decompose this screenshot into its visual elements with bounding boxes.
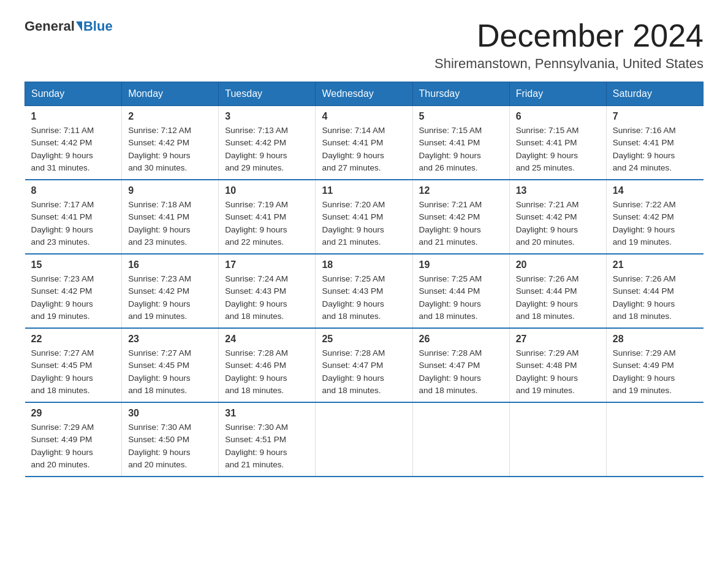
calendar-cell: 13 Sunrise: 7:21 AMSunset: 4:42 PMDaylig… xyxy=(509,180,606,254)
calendar-cell xyxy=(509,402,606,477)
calendar-cell: 27 Sunrise: 7:29 AMSunset: 4:48 PMDaylig… xyxy=(509,328,606,402)
calendar-cell: 28 Sunrise: 7:29 AMSunset: 4:49 PMDaylig… xyxy=(606,328,703,402)
day-number: 19 xyxy=(419,259,503,270)
day-info: Sunrise: 7:23 AMSunset: 4:42 PMDaylight:… xyxy=(128,274,191,321)
day-number: 25 xyxy=(322,334,406,345)
day-number: 17 xyxy=(225,259,309,270)
day-number: 21 xyxy=(613,259,697,270)
calendar-week-row: 8 Sunrise: 7:17 AMSunset: 4:41 PMDayligh… xyxy=(25,180,703,254)
weekday-header-monday: Monday xyxy=(122,82,219,106)
calendar-week-row: 29 Sunrise: 7:29 AMSunset: 4:49 PMDaylig… xyxy=(25,402,703,477)
day-info: Sunrise: 7:26 AMSunset: 4:44 PMDaylight:… xyxy=(516,274,579,321)
day-info: Sunrise: 7:21 AMSunset: 4:42 PMDaylight:… xyxy=(516,200,579,247)
day-info: Sunrise: 7:13 AMSunset: 4:42 PMDaylight:… xyxy=(225,126,288,172)
day-number: 16 xyxy=(128,259,212,270)
calendar-cell: 14 Sunrise: 7:22 AMSunset: 4:42 PMDaylig… xyxy=(606,180,703,254)
calendar-cell: 31 Sunrise: 7:30 AMSunset: 4:51 PMDaylig… xyxy=(219,402,316,477)
day-number: 30 xyxy=(128,408,212,419)
day-info: Sunrise: 7:23 AMSunset: 4:42 PMDaylight:… xyxy=(31,274,94,321)
day-info: Sunrise: 7:30 AMSunset: 4:50 PMDaylight:… xyxy=(128,423,191,469)
day-number: 15 xyxy=(31,259,116,270)
calendar-cell: 10 Sunrise: 7:19 AMSunset: 4:41 PMDaylig… xyxy=(219,180,316,254)
day-info: Sunrise: 7:30 AMSunset: 4:51 PMDaylight:… xyxy=(225,423,288,469)
calendar-cell: 1 Sunrise: 7:11 AMSunset: 4:42 PMDayligh… xyxy=(25,106,122,180)
calendar-cell: 20 Sunrise: 7:26 AMSunset: 4:44 PMDaylig… xyxy=(509,254,606,328)
day-info: Sunrise: 7:15 AMSunset: 4:41 PMDaylight:… xyxy=(516,126,579,172)
calendar-cell xyxy=(316,402,412,477)
logo-triangle-icon xyxy=(76,21,82,31)
calendar-cell: 12 Sunrise: 7:21 AMSunset: 4:42 PMDaylig… xyxy=(412,180,509,254)
calendar-header-row: SundayMondayTuesdayWednesdayThursdayFrid… xyxy=(25,82,703,106)
day-number: 28 xyxy=(613,334,697,345)
weekday-header-wednesday: Wednesday xyxy=(316,82,412,106)
day-info: Sunrise: 7:26 AMSunset: 4:44 PMDaylight:… xyxy=(613,274,676,321)
day-number: 12 xyxy=(419,185,503,196)
calendar-cell: 23 Sunrise: 7:27 AMSunset: 4:45 PMDaylig… xyxy=(122,328,219,402)
day-number: 8 xyxy=(31,185,116,196)
calendar-cell: 24 Sunrise: 7:28 AMSunset: 4:46 PMDaylig… xyxy=(219,328,316,402)
calendar-cell: 21 Sunrise: 7:26 AMSunset: 4:44 PMDaylig… xyxy=(606,254,703,328)
day-number: 18 xyxy=(322,259,406,270)
day-number: 4 xyxy=(322,111,406,122)
day-info: Sunrise: 7:27 AMSunset: 4:45 PMDaylight:… xyxy=(31,348,94,395)
day-number: 29 xyxy=(31,408,116,419)
calendar-cell: 26 Sunrise: 7:28 AMSunset: 4:47 PMDaylig… xyxy=(412,328,509,402)
calendar-cell: 2 Sunrise: 7:12 AMSunset: 4:42 PMDayligh… xyxy=(122,106,219,180)
calendar-cell: 3 Sunrise: 7:13 AMSunset: 4:42 PMDayligh… xyxy=(219,106,316,180)
day-number: 9 xyxy=(128,185,212,196)
day-info: Sunrise: 7:28 AMSunset: 4:46 PMDaylight:… xyxy=(225,348,288,395)
calendar-cell: 15 Sunrise: 7:23 AMSunset: 4:42 PMDaylig… xyxy=(25,254,122,328)
day-info: Sunrise: 7:18 AMSunset: 4:41 PMDaylight:… xyxy=(128,200,191,247)
calendar-cell: 16 Sunrise: 7:23 AMSunset: 4:42 PMDaylig… xyxy=(122,254,219,328)
day-number: 1 xyxy=(31,111,116,122)
day-info: Sunrise: 7:19 AMSunset: 4:41 PMDaylight:… xyxy=(225,200,288,247)
day-info: Sunrise: 7:16 AMSunset: 4:41 PMDaylight:… xyxy=(613,126,676,172)
calendar-cell: 22 Sunrise: 7:27 AMSunset: 4:45 PMDaylig… xyxy=(25,328,122,402)
page-header: General Blue December 2024 Shiremanstown… xyxy=(25,18,703,72)
calendar-table: SundayMondayTuesdayWednesdayThursdayFrid… xyxy=(25,82,703,477)
day-number: 23 xyxy=(128,334,212,345)
calendar-cell: 4 Sunrise: 7:14 AMSunset: 4:41 PMDayligh… xyxy=(316,106,412,180)
day-info: Sunrise: 7:29 AMSunset: 4:48 PMDaylight:… xyxy=(516,348,579,395)
day-info: Sunrise: 7:27 AMSunset: 4:45 PMDaylight:… xyxy=(128,348,191,395)
day-info: Sunrise: 7:25 AMSunset: 4:43 PMDaylight:… xyxy=(322,274,385,321)
day-info: Sunrise: 7:20 AMSunset: 4:41 PMDaylight:… xyxy=(322,200,385,247)
day-info: Sunrise: 7:15 AMSunset: 4:41 PMDaylight:… xyxy=(419,126,482,172)
day-info: Sunrise: 7:29 AMSunset: 4:49 PMDaylight:… xyxy=(613,348,676,395)
calendar-cell: 6 Sunrise: 7:15 AMSunset: 4:41 PMDayligh… xyxy=(509,106,606,180)
day-info: Sunrise: 7:12 AMSunset: 4:42 PMDaylight:… xyxy=(128,126,191,172)
calendar-cell: 5 Sunrise: 7:15 AMSunset: 4:41 PMDayligh… xyxy=(412,106,509,180)
calendar-week-row: 22 Sunrise: 7:27 AMSunset: 4:45 PMDaylig… xyxy=(25,328,703,402)
day-number: 6 xyxy=(516,111,600,122)
weekday-header-thursday: Thursday xyxy=(412,82,509,106)
calendar-cell: 11 Sunrise: 7:20 AMSunset: 4:41 PMDaylig… xyxy=(316,180,412,254)
day-number: 7 xyxy=(613,111,697,122)
day-info: Sunrise: 7:11 AMSunset: 4:42 PMDaylight:… xyxy=(31,126,94,172)
calendar-cell: 9 Sunrise: 7:18 AMSunset: 4:41 PMDayligh… xyxy=(122,180,219,254)
calendar-cell: 17 Sunrise: 7:24 AMSunset: 4:43 PMDaylig… xyxy=(219,254,316,328)
day-info: Sunrise: 7:29 AMSunset: 4:49 PMDaylight:… xyxy=(31,423,94,469)
calendar-week-row: 15 Sunrise: 7:23 AMSunset: 4:42 PMDaylig… xyxy=(25,254,703,328)
calendar-week-row: 1 Sunrise: 7:11 AMSunset: 4:42 PMDayligh… xyxy=(25,106,703,180)
day-number: 22 xyxy=(31,334,116,345)
day-number: 27 xyxy=(516,334,600,345)
day-number: 14 xyxy=(613,185,697,196)
calendar-cell: 29 Sunrise: 7:29 AMSunset: 4:49 PMDaylig… xyxy=(25,402,122,477)
calendar-cell: 8 Sunrise: 7:17 AMSunset: 4:41 PMDayligh… xyxy=(25,180,122,254)
page-subtitle: Shiremanstown, Pennsylvania, United Stat… xyxy=(434,56,703,72)
day-number: 26 xyxy=(419,334,503,345)
logo-blue-text: Blue xyxy=(83,18,113,34)
calendar-cell xyxy=(606,402,703,477)
calendar-cell: 25 Sunrise: 7:28 AMSunset: 4:47 PMDaylig… xyxy=(316,328,412,402)
weekday-header-saturday: Saturday xyxy=(606,82,703,106)
day-info: Sunrise: 7:22 AMSunset: 4:42 PMDaylight:… xyxy=(613,200,676,247)
day-info: Sunrise: 7:28 AMSunset: 4:47 PMDaylight:… xyxy=(419,348,482,395)
calendar-cell: 30 Sunrise: 7:30 AMSunset: 4:50 PMDaylig… xyxy=(122,402,219,477)
logo-general-text: General xyxy=(25,18,75,34)
day-info: Sunrise: 7:24 AMSunset: 4:43 PMDaylight:… xyxy=(225,274,288,321)
day-info: Sunrise: 7:17 AMSunset: 4:41 PMDaylight:… xyxy=(31,200,94,247)
weekday-header-sunday: Sunday xyxy=(25,82,122,106)
calendar-cell: 7 Sunrise: 7:16 AMSunset: 4:41 PMDayligh… xyxy=(606,106,703,180)
day-number: 10 xyxy=(225,185,309,196)
day-number: 13 xyxy=(516,185,600,196)
